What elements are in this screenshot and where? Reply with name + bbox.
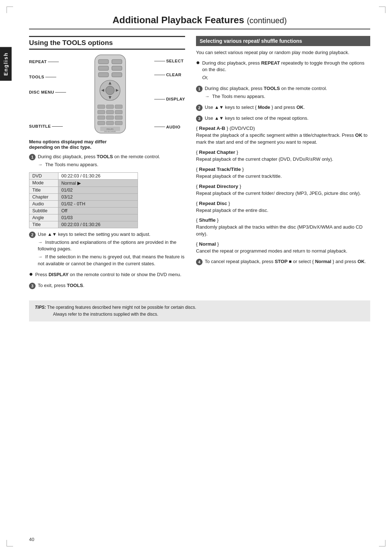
table-row: Audio 01/02 - 0TH — [29, 200, 138, 207]
display-step-content: Press DISPLAY on the remote control to h… — [35, 271, 185, 279]
tips-box: TIPS: The operating features described h… — [29, 300, 370, 321]
left-bullet-display: ● Press DISPLAY on the remote control to… — [29, 271, 185, 279]
left-step-2: 2 Use ▲▼ keys to select the setting you … — [29, 231, 185, 269]
table-row: Chapter 03/12 — [29, 193, 138, 200]
func-repeat-disc: { Repeat Disc } Repeat playback of the e… — [196, 201, 370, 214]
right-bullet-repeat: ● During disc playback, press REPEAT rep… — [196, 60, 370, 83]
audio-label: AUDIO — [153, 125, 185, 129]
left-step-3: 3 To exit, press TOOLS. — [29, 282, 185, 290]
display-label: DISPLAY — [153, 97, 185, 101]
language-tab: English — [0, 47, 12, 81]
step-num-3: 3 — [29, 283, 36, 289]
bullet-icon: ● — [29, 271, 33, 279]
svg-text:DVD RECORDER: DVD RECORDER — [104, 131, 116, 132]
menu-notice: Menu options displayed may differ depend… — [29, 139, 185, 150]
right-section-header: Selecting various repeat/ shuffle functi… — [196, 36, 370, 46]
remote-image: PHILIPS DVD RECORDER — [69, 54, 152, 134]
remote-left-labels: REPEAT TOOLS DISC MENU SUBTITLE — [29, 54, 69, 134]
right-step-2: 2 Use ▲▼ keys to select { Mode } and pre… — [196, 104, 370, 112]
svg-rect-22 — [98, 121, 105, 125]
right-step-4: 4 To cancel repeat playback, press STOP … — [196, 258, 370, 266]
svg-rect-24 — [115, 121, 122, 125]
svg-rect-15 — [115, 105, 122, 108]
repeat-label: REPEAT — [29, 60, 67, 64]
func-repeat-track: { Repeat Track/Title } Repeat playback o… — [196, 167, 370, 180]
svg-rect-6 — [112, 73, 122, 77]
step-num-1: 1 — [29, 154, 36, 160]
right-step-4-content: To cancel repeat playback, press STOP ■ … — [205, 258, 370, 266]
step-num-2: 2 — [29, 232, 36, 238]
right-step-1-content: During disc playback, press TOOLS on the… — [205, 85, 370, 101]
svg-rect-1 — [98, 60, 109, 64]
svg-rect-3 — [98, 66, 109, 70]
func-repeat-directory: { Repeat Directory } Repeat playback of … — [196, 184, 370, 197]
remote-svg: PHILIPS DVD RECORDER — [91, 54, 129, 134]
func-repeat-chapter: { Repeat Chapter } Repeat playback of th… — [196, 149, 370, 163]
right-step-num-3: 3 — [196, 115, 203, 122]
right-step-num-1: 1 — [196, 86, 203, 92]
svg-rect-2 — [112, 60, 122, 64]
svg-rect-18 — [115, 110, 122, 114]
svg-rect-17 — [106, 110, 114, 114]
svg-point-8 — [106, 86, 114, 95]
svg-rect-16 — [98, 110, 105, 114]
page-number: 40 — [29, 537, 34, 542]
svg-rect-4 — [112, 66, 122, 70]
svg-rect-20 — [106, 116, 114, 119]
svg-rect-13 — [98, 105, 105, 108]
table-row: Title 00:22:03 / 01:30:26 — [29, 221, 138, 228]
tips-line1: The operating features described here mi… — [47, 305, 196, 310]
table-row: Mode Normal ▶ — [29, 179, 138, 187]
step-1-content: During disc playback, press TOOLS on the… — [38, 153, 185, 169]
tools-section-title: Using the TOOLS options — [29, 36, 185, 50]
left-step-1: 1 During disc playback, press TOOLS on t… — [29, 153, 185, 169]
step-3-content: To exit, press TOOLS. — [38, 282, 185, 290]
right-step-3: 3 Use ▲▼ keys to select one of the repea… — [196, 115, 370, 123]
tips-line2: Always refer to the instructions supplie… — [53, 312, 158, 317]
func-normal: { Normal } Cancel the repeat or programm… — [196, 241, 370, 255]
func-shuffle: { Shuffle } Randomly playback all the tr… — [196, 217, 370, 238]
svg-text:PHILIPS: PHILIPS — [106, 128, 114, 130]
bullet-icon: ● — [196, 59, 200, 83]
svg-rect-14 — [106, 105, 114, 108]
select-label: SELECT — [153, 59, 185, 63]
svg-rect-21 — [115, 116, 122, 119]
right-step-2-content: Use ▲▼ keys to select { Mode } and press… — [205, 104, 370, 112]
page-title: Additional Playback Features (continued) — [29, 15, 370, 29]
right-step-num-2: 2 — [196, 105, 203, 111]
right-column: Selecting various repeat/ shuffle functi… — [196, 36, 370, 293]
table-row: Subtitle Off — [29, 207, 138, 214]
subtitle-label: SUBTITLE — [29, 124, 67, 128]
remote-diagram: REPEAT TOOLS DISC MENU SUBTITLE — [29, 54, 185, 134]
svg-rect-5 — [98, 73, 109, 77]
tips-label: TIPS: — [35, 305, 46, 310]
clear-label: CLEAR — [153, 73, 185, 77]
right-step-num-4: 4 — [196, 259, 203, 265]
func-repeat-ab: { Repeat A-B } (DVD/VCD) Repeat the play… — [196, 126, 370, 146]
repeat-bullet-content: During disc playback, press REPEAT repea… — [202, 60, 370, 83]
tools-label: TOOLS — [29, 75, 67, 79]
remote-right-labels: SELECT CLEAR DISPLAY AUDIO — [152, 54, 185, 134]
svg-rect-23 — [106, 121, 114, 125]
right-step-1: 1 During disc playback, press TOOLS on t… — [196, 85, 370, 101]
step-2-content: Use ▲▼ keys to select the setting you wa… — [38, 231, 185, 269]
repeat-intro: You can select various repeat play or ra… — [196, 49, 370, 56]
dvd-info-table: DVD 00:22:03 / 01:30:26 Mode Normal ▶ Ti… — [29, 172, 138, 228]
table-row: DVD 00:22:03 / 01:30:26 — [29, 172, 138, 179]
table-row: Angle 01/03 — [29, 214, 138, 221]
right-step-3-content: Use ▲▼ keys to select one of the repeat … — [205, 115, 370, 123]
svg-rect-19 — [98, 116, 105, 119]
disc-menu-label: DISC MENU — [29, 90, 67, 94]
left-column: Using the TOOLS options REPEAT TOOLS DIS… — [29, 36, 185, 293]
table-row: Title 01/02 — [29, 187, 138, 193]
